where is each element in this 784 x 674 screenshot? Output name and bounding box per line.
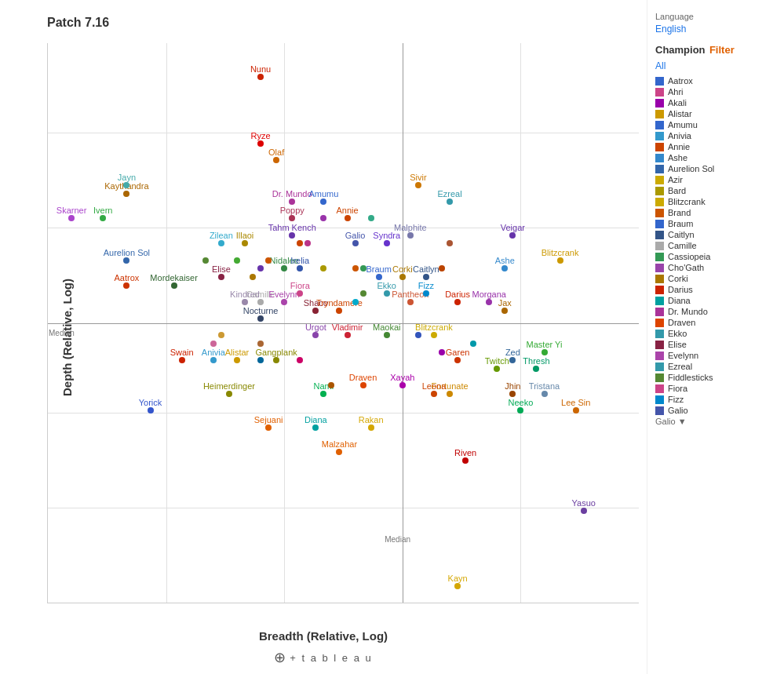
champion-list-item-cassiopeia[interactable]: Cassiopeia xyxy=(655,252,776,261)
champion-list-item-ahri[interactable]: Ahri xyxy=(655,87,776,97)
champion-list-item-dr.-mundo[interactable]: Dr. Mundo xyxy=(655,307,776,316)
champion-dot-blitzcrank[interactable] xyxy=(431,332,437,338)
champion-list-item-azir[interactable]: Azir xyxy=(655,175,776,184)
champion-dot-elise[interactable] xyxy=(218,274,224,280)
champion-dot-draven[interactable] xyxy=(360,382,366,388)
champion-dot-neeko[interactable] xyxy=(517,407,523,414)
champion-dot-garen[interactable] xyxy=(454,357,461,363)
champion-dot-jhin[interactable] xyxy=(509,391,516,397)
champion-dot-shaco[interactable] xyxy=(312,308,319,314)
champion-dot-jax[interactable] xyxy=(501,308,508,314)
champion-dot-rengar[interactable] xyxy=(250,274,256,280)
champion-dot-jayn[interactable] xyxy=(123,182,129,188)
champion-dot-braum[interactable] xyxy=(376,274,382,280)
champion-dot-morgana2[interactable] xyxy=(320,215,326,221)
champion-dot-master-yi[interactable] xyxy=(542,349,548,355)
champion-dot-kalista[interactable] xyxy=(352,299,359,305)
champion-dot-gath[interactable] xyxy=(447,240,453,246)
champion-dot-jalon[interactable] xyxy=(328,382,334,388)
champion-dot-xayah[interactable] xyxy=(399,382,406,388)
champion-dot-ryze[interactable] xyxy=(257,140,264,147)
champion-dot-pantheon[interactable] xyxy=(407,299,414,305)
champion-list-item-alistar[interactable]: Alistar xyxy=(655,109,776,118)
champion-dot-fiora[interactable] xyxy=(297,290,303,297)
champion-list-item-fizz[interactable]: Fizz xyxy=(655,395,776,404)
champion-dot-aurelion-sol[interactable] xyxy=(123,257,129,264)
champion-list-item-draven[interactable]: Draven xyxy=(655,318,776,327)
champion-dot-zac[interactable] xyxy=(234,257,240,264)
champion-dot-yorick[interactable] xyxy=(148,407,154,414)
champion-dot-olaf[interactable] xyxy=(273,157,279,163)
champion-dot-gangplank[interactable] xyxy=(273,357,279,363)
champion-dot-vladimir[interactable] xyxy=(345,332,351,338)
champion-dot-nami[interactable] xyxy=(320,391,326,397)
champion-dot-rakan[interactable] xyxy=(368,424,374,431)
champion-dot-karma[interactable] xyxy=(304,240,311,246)
champion-dot-nunu2[interactable] xyxy=(257,74,264,80)
champion-list-item-blitzcrank[interactable]: Blitzcrank xyxy=(655,197,776,206)
champion-dot-akali[interactable] xyxy=(439,349,445,355)
champion-dot-nasus[interactable] xyxy=(257,265,264,271)
champion-dot-kayn[interactable] xyxy=(454,583,461,589)
champion-dot-yasuo[interactable] xyxy=(581,508,587,514)
champion-dot-darius[interactable] xyxy=(454,299,461,305)
champion-dot-kledexception[interactable] xyxy=(210,341,217,347)
champion-dot-ruz[interactable] xyxy=(297,357,303,363)
champion-list-item-caitlyn[interactable]: Caitlyn xyxy=(655,230,776,239)
champion-dot-syndra[interactable] xyxy=(384,240,390,246)
champion-dot-twitch[interactable] xyxy=(494,366,500,372)
champion-dot-sejuani[interactable] xyxy=(265,424,272,431)
champion-list-item-elise[interactable]: Elise xyxy=(655,340,776,349)
champion-list-item-darius[interactable]: Darius xyxy=(655,285,776,294)
champion-dot-ivana[interactable] xyxy=(257,341,264,347)
champion-list-item-bard[interactable]: Bard xyxy=(655,186,776,195)
champion-dot-urgot[interactable] xyxy=(312,332,319,338)
champion-dot-alistar[interactable] xyxy=(234,357,240,363)
champion-list-item-fiddlesticks[interactable]: Fiddlesticks xyxy=(655,373,776,382)
champion-dot-sona[interactable] xyxy=(415,332,421,338)
champion-dot-zed[interactable] xyxy=(509,357,516,363)
champion-dot-ezreal[interactable] xyxy=(447,199,453,205)
champion-list-item-cho-gath[interactable]: Cho'Gath xyxy=(655,263,776,272)
champion-dot-kaythandra[interactable] xyxy=(123,191,129,197)
champion-dot-maokai[interactable] xyxy=(384,332,390,338)
champion-dot-galio[interactable] xyxy=(352,240,359,246)
champion-dot-tristana[interactable] xyxy=(542,391,548,397)
champion-dot-tahm-kench[interactable] xyxy=(289,232,295,239)
champion-dot-riven[interactable] xyxy=(462,457,469,464)
champion-dot-heimerdinger[interactable] xyxy=(226,391,232,397)
champion-list-item-evelynn[interactable]: Evelynn xyxy=(655,351,776,360)
champion-list-item-brand[interactable]: Brand xyxy=(655,208,776,217)
champion-list-item-fiora[interactable]: Fiora xyxy=(655,384,776,393)
champion-dot-irelia[interactable] xyxy=(297,265,303,271)
champion-list-item-amumu[interactable]: Amumu xyxy=(655,120,776,129)
all-label[interactable]: All xyxy=(655,60,665,71)
champion-dot-skarner[interactable] xyxy=(68,215,75,221)
champion-dot-gragodo[interactable] xyxy=(439,265,445,271)
champion-list-item-braum[interactable]: Braum xyxy=(655,219,776,228)
champion-dot-illaoi[interactable] xyxy=(242,240,248,246)
champion-dot-kled[interactable] xyxy=(218,332,224,338)
champion-dot-rammus[interactable] xyxy=(320,265,326,271)
champion-list-item-camille[interactable]: Camille xyxy=(655,241,776,250)
champion-dot-al[interactable] xyxy=(257,357,264,363)
champion-list-item-anivia[interactable]: Anivia xyxy=(655,131,776,140)
champion-dot-fizz[interactable] xyxy=(423,290,429,297)
champion-dot-evelynn[interactable] xyxy=(281,299,287,305)
champion-dot-malphite[interactable] xyxy=(407,232,414,239)
champion-list-item-corki[interactable]: Corki xyxy=(655,274,776,283)
champion-list-item-diana[interactable]: Diana xyxy=(655,296,776,305)
champion-dot-ves[interactable] xyxy=(368,215,374,221)
champion-list-item-ashe[interactable]: Ashe xyxy=(655,153,776,162)
champion-dot-tryndamere[interactable] xyxy=(336,308,342,314)
champion-list-item-galio[interactable]: Galio xyxy=(655,406,776,415)
champion-dot-ziao[interactable] xyxy=(470,341,476,347)
champion-list-item-ekko[interactable]: Ekko xyxy=(655,329,776,338)
champion-dot-mordekaiser[interactable] xyxy=(171,282,177,289)
champion-dot-ekko[interactable] xyxy=(384,290,390,297)
champion-dot-diana[interactable] xyxy=(312,424,319,431)
champion-dot-kindred[interactable] xyxy=(242,299,248,305)
champion-dot-amumu[interactable] xyxy=(320,199,326,205)
champion-dot-camille[interactable] xyxy=(257,299,264,305)
champion-dot-blitzcrank2[interactable] xyxy=(557,257,563,264)
